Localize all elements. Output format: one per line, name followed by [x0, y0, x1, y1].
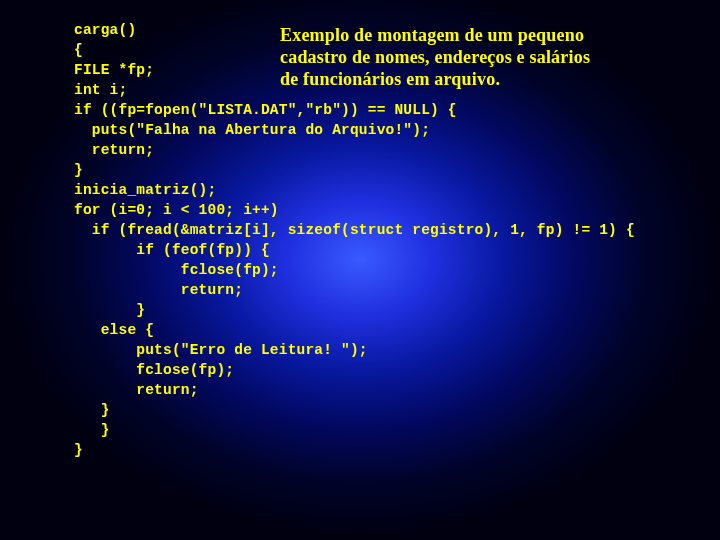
code-line: return;: [74, 142, 154, 158]
code-line: puts("Falha na Abertura do Arquivo!");: [74, 122, 430, 138]
code-line: fclose(fp);: [74, 262, 279, 278]
code-line: }: [74, 422, 110, 438]
code-line: FILE *fp;: [74, 62, 154, 78]
code-line: if ((fp=fopen("LISTA.DAT","rb")) == NULL…: [74, 102, 457, 118]
code-line: inicia_matriz();: [74, 182, 216, 198]
code-line: fclose(fp);: [74, 362, 234, 378]
code-line: int i;: [74, 82, 127, 98]
code-line: else {: [74, 322, 154, 338]
code-line: }: [74, 302, 145, 318]
code-block: carga() { FILE *fp; int i; if ((fp=fopen…: [74, 20, 635, 460]
code-line: if (feof(fp)) {: [74, 242, 270, 258]
code-line: if (fread(&matriz[i], sizeof(struct regi…: [74, 222, 635, 238]
code-line: carga(): [74, 22, 136, 38]
code-line: }: [74, 442, 83, 458]
code-line: }: [74, 402, 110, 418]
code-line: {: [74, 42, 83, 58]
code-line: for (i=0; i < 100; i++): [74, 202, 279, 218]
code-line: puts("Erro de Leitura! ");: [74, 342, 368, 358]
code-line: }: [74, 162, 83, 178]
code-line: return;: [74, 382, 199, 398]
code-line: return;: [74, 282, 243, 298]
